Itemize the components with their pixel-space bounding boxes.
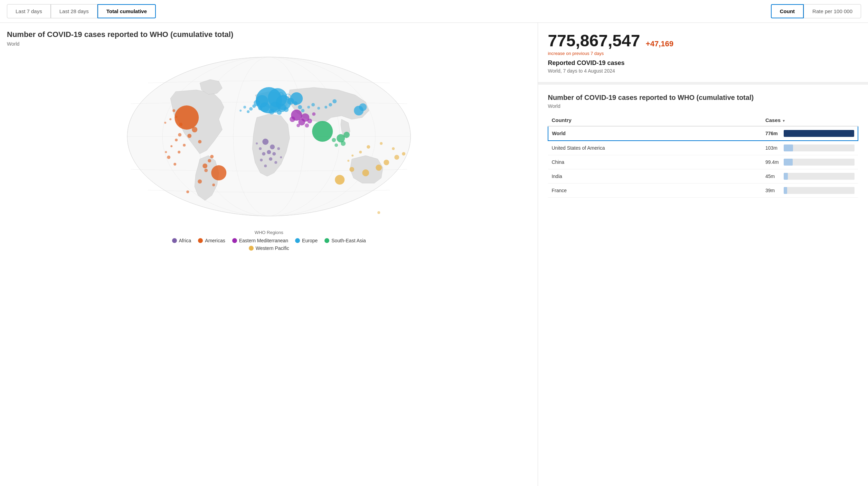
- legend-items: Africa Americas Eastern Mediterranean Eu…: [7, 238, 531, 243]
- bar-background: [784, 187, 855, 194]
- bar-fill: [784, 144, 793, 151]
- count-button[interactable]: Count: [771, 4, 804, 18]
- big-number: 775,867,547: [548, 31, 640, 50]
- last28-button[interactable]: Last 28 days: [51, 4, 97, 18]
- svg-point-96: [332, 99, 337, 103]
- svg-point-61: [359, 151, 362, 153]
- svg-point-54: [376, 165, 382, 171]
- svg-point-85: [256, 142, 258, 144]
- svg-point-94: [169, 118, 171, 120]
- time-filter-group: Last 7 days Last 28 days Total cumulativ…: [7, 4, 156, 18]
- svg-point-23: [211, 165, 226, 180]
- table-title: Number of COVID-19 cases reported to WHO…: [548, 93, 858, 102]
- svg-point-46: [341, 141, 346, 146]
- svg-point-20: [252, 104, 256, 108]
- svg-point-36: [186, 190, 189, 193]
- cases-col-header: Cases ▼: [762, 114, 858, 126]
- legend-item-africa: Africa: [172, 238, 191, 243]
- svg-point-17: [284, 107, 289, 112]
- svg-point-55: [384, 160, 389, 165]
- svg-point-19: [258, 106, 262, 110]
- svg-point-101: [307, 106, 310, 109]
- cases-bar-cell: 45m: [762, 169, 858, 184]
- south-east-asia-dot: [324, 238, 329, 243]
- bar-fill: [784, 159, 793, 166]
- svg-point-60: [367, 145, 370, 149]
- svg-point-32: [178, 133, 181, 137]
- table-row[interactable]: China99.4m: [548, 155, 858, 169]
- bar-background: [784, 130, 854, 137]
- table-row[interactable]: India45m: [548, 169, 858, 184]
- svg-point-39: [178, 151, 180, 153]
- svg-point-38: [167, 156, 170, 159]
- svg-point-70: [305, 123, 309, 128]
- svg-point-75: [267, 150, 271, 154]
- svg-point-33: [175, 139, 178, 141]
- bar-fill: [784, 173, 788, 180]
- svg-point-21: [290, 92, 303, 105]
- south-east-asia-label: South-East Asia: [331, 238, 366, 243]
- stats-label: Reported COVID-19 cases: [548, 59, 858, 67]
- svg-point-86: [249, 107, 253, 111]
- svg-point-45: [343, 132, 350, 138]
- table-row[interactable]: World776m: [548, 126, 858, 141]
- svg-point-41: [170, 145, 172, 147]
- svg-point-57: [402, 152, 405, 156]
- svg-point-97: [329, 103, 332, 106]
- svg-point-81: [274, 161, 277, 164]
- svg-point-71: [312, 112, 315, 116]
- cases-bar-cell: 99.4m: [762, 155, 858, 169]
- svg-point-87: [247, 110, 249, 113]
- eastern-med-dot: [232, 238, 237, 243]
- map-legend: WHO Regions Africa Americas Eastern Medi…: [7, 226, 531, 254]
- cases-table: Country Cases ▼ World776mUnited States o…: [548, 114, 858, 198]
- cases-value: 99.4m: [765, 159, 781, 165]
- bar-fill: [784, 187, 787, 194]
- increase-value: +47,169: [646, 39, 673, 48]
- table-row[interactable]: France39m: [548, 184, 858, 198]
- bar-fill: [784, 130, 854, 137]
- svg-point-50: [359, 103, 367, 111]
- svg-point-90: [298, 105, 302, 109]
- rate-button[interactable]: Rate per 100 000: [804, 4, 861, 18]
- country-cell: United States of America: [548, 141, 762, 155]
- svg-point-78: [269, 157, 272, 161]
- sort-arrow-icon[interactable]: ▼: [782, 119, 785, 123]
- svg-point-53: [349, 167, 354, 172]
- svg-point-47: [332, 138, 336, 142]
- svg-point-83: [280, 156, 282, 158]
- svg-point-22: [174, 105, 199, 130]
- last7-button[interactable]: Last 7 days: [7, 4, 51, 18]
- cases-value: 39m: [765, 188, 781, 193]
- bar-background: [784, 159, 855, 166]
- svg-point-63: [347, 160, 349, 162]
- svg-point-88: [243, 106, 246, 109]
- cases-bar-cell: 776m: [762, 126, 858, 141]
- svg-point-27: [179, 123, 182, 126]
- svg-point-31: [198, 179, 202, 184]
- western-pacific-label: Western Pacific: [256, 245, 289, 251]
- svg-point-100: [311, 103, 315, 106]
- svg-point-25: [187, 134, 191, 138]
- metric-filter-group: Count Rate per 100 000: [771, 4, 861, 18]
- svg-point-35: [212, 184, 215, 186]
- svg-point-91: [301, 109, 304, 112]
- svg-point-15: [269, 109, 274, 114]
- total-cumulative-button[interactable]: Total cumulative: [97, 4, 156, 18]
- svg-point-16: [277, 110, 282, 115]
- svg-point-84: [259, 147, 262, 150]
- europe-dot: [295, 238, 300, 243]
- country-cell: China: [548, 155, 762, 169]
- table-row[interactable]: United States of America103m: [548, 141, 858, 155]
- svg-point-40: [183, 144, 186, 147]
- svg-point-58: [392, 147, 395, 150]
- svg-point-95: [164, 122, 166, 124]
- map-region-label: World: [7, 41, 531, 47]
- svg-point-56: [394, 155, 399, 160]
- country-col-header: Country: [548, 114, 762, 126]
- map-container: [7, 50, 531, 223]
- right-panel: 775,867,547 +47,169 increase on previous…: [538, 23, 868, 486]
- legend-items-row2: Western Pacific: [7, 245, 531, 251]
- legend-item-western-pacific: Western Pacific: [249, 245, 289, 251]
- country-cell: France: [548, 184, 762, 198]
